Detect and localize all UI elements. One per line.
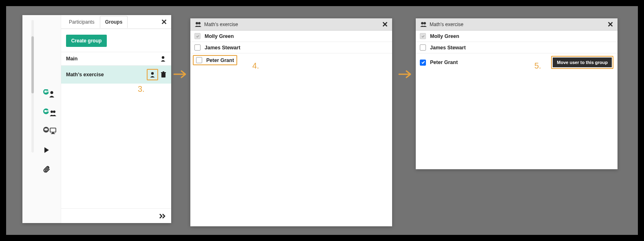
close-panel-icon[interactable]: ✕ [161, 18, 167, 27]
user-row: Peter Grant Move user to this group [416, 53, 618, 71]
svg-rect-16 [163, 71, 164, 72]
svg-point-13 [151, 72, 154, 75]
user-name: James Stewart [205, 45, 240, 51]
delete-group-icon[interactable] [161, 71, 166, 78]
expand-icon[interactable] [159, 213, 166, 219]
svg-rect-1 [44, 91, 47, 93]
manage-users-icon[interactable] [149, 71, 156, 78]
user-row: James Stewart [190, 42, 392, 53]
group-name: Math's exercise [66, 72, 147, 77]
svg-rect-11 [51, 133, 55, 134]
sidebar-attachment-icon[interactable] [43, 163, 57, 175]
svg-point-12 [162, 56, 164, 59]
sidebar-chat-screen-icon[interactable] [43, 125, 57, 137]
sidebar-play-icon[interactable] [43, 144, 57, 156]
user-row: James Stewart [416, 42, 618, 53]
group-name: Main [66, 56, 157, 62]
close-modal-icon[interactable]: ✕ [382, 20, 388, 29]
modal-title: Math's exercise [204, 22, 238, 27]
move-user-button[interactable]: Move user to this group [553, 57, 612, 67]
user-name: Molly Green [430, 33, 459, 39]
arrow-icon [398, 69, 413, 79]
svg-rect-4 [44, 110, 47, 112]
groups-panel: Participants Groups ✕ Create group Main … [22, 15, 171, 223]
user-name: James Stewart [430, 45, 466, 51]
svg-point-20 [423, 22, 426, 24]
user-row: Peter Grant [190, 53, 392, 67]
modal-header: Math's exercise ✕ [416, 18, 618, 31]
user-row: Molly Green [416, 31, 618, 42]
svg-point-17 [196, 22, 198, 24]
sidebar [22, 15, 61, 223]
svg-point-2 [51, 91, 53, 94]
svg-rect-14 [161, 73, 165, 77]
checkbox-checked[interactable] [420, 60, 426, 66]
highlight-step5: Move user to this group [551, 56, 613, 69]
checkbox[interactable] [420, 44, 426, 51]
tabs: Participants Groups ✕ [61, 15, 171, 29]
svg-rect-8 [44, 128, 48, 130]
arrow-icon [173, 69, 188, 79]
checkbox-disabled [194, 33, 201, 39]
user-icon[interactable] [160, 55, 166, 62]
close-modal-icon[interactable]: ✕ [607, 20, 613, 29]
svg-rect-10 [52, 133, 54, 133]
user-name: Molly Green [205, 33, 234, 39]
svg-rect-15 [161, 72, 166, 73]
tab-participants[interactable]: Participants [64, 16, 100, 28]
user-name: Peter Grant [430, 60, 458, 65]
svg-point-18 [198, 22, 201, 24]
svg-point-19 [421, 22, 423, 24]
scrollbar-thumb[interactable] [31, 36, 34, 93]
move-user-modal: Math's exercise ✕ Molly Green James Stew… [416, 18, 618, 169]
svg-point-5 [51, 111, 53, 113]
modal-title: Math's exercise [430, 22, 463, 27]
create-group-button[interactable]: Create group [66, 35, 107, 47]
group-row-maths-exercise[interactable]: Math's exercise [61, 65, 171, 84]
user-row: Molly Green [190, 31, 392, 42]
checkbox[interactable] [194, 44, 201, 51]
select-users-modal: Math's exercise ✕ Molly Green James Stew… [190, 18, 392, 226]
group-icon [420, 22, 427, 27]
group-icon [194, 22, 202, 27]
checkbox[interactable] [196, 57, 202, 63]
user-name: Peter Grant [206, 57, 234, 63]
highlight-step4: Peter Grant [193, 55, 237, 65]
group-row-main[interactable]: Main [61, 52, 171, 65]
highlight-step3 [147, 69, 158, 80]
tab-groups[interactable]: Groups [100, 16, 128, 28]
sidebar-video-group-icon[interactable] [43, 106, 57, 119]
sidebar-video-user-icon[interactable] [43, 88, 57, 100]
checkbox-disabled [420, 33, 426, 39]
modal-header: Math's exercise ✕ [190, 18, 392, 31]
svg-point-6 [53, 111, 55, 113]
svg-rect-9 [50, 128, 56, 132]
scrollbar[interactable] [31, 20, 34, 153]
